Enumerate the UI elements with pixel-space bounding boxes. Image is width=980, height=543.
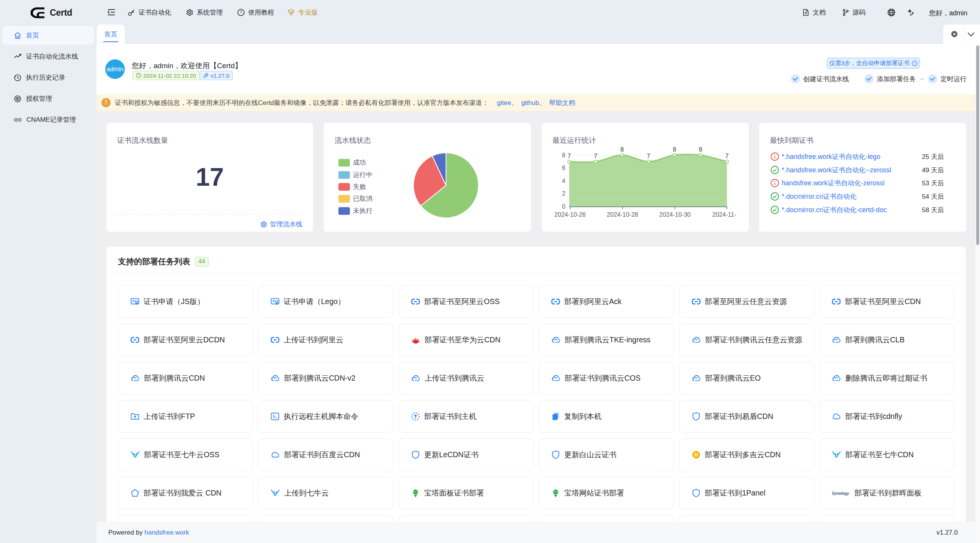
svg-text:2024-11-: 2024-11- [712,211,737,218]
svg-text:2: 2 [562,190,565,197]
svg-text:8: 8 [621,146,624,153]
svg-text:?: ? [240,10,242,15]
svg-text:8: 8 [562,152,565,159]
svg-text:D: D [694,452,698,458]
svg-text:8: 8 [673,146,676,153]
svg-text:2024-10-30: 2024-10-30 [659,211,691,218]
svg-text:2024-10-28: 2024-10-28 [607,211,638,218]
svg-text:7: 7 [568,153,571,159]
svg-text:0: 0 [562,203,565,210]
svg-text:2024-10-26: 2024-10-26 [554,211,586,218]
svg-text:6: 6 [562,165,565,171]
svg-text:?: ? [914,61,916,65]
svg-text:7: 7 [594,153,598,159]
svg-text:4: 4 [562,178,565,184]
svg-text:7: 7 [725,153,729,159]
svg-text:Synology: Synology [832,491,849,496]
svg-text:8: 8 [699,146,702,153]
svg-text:7: 7 [647,153,650,159]
